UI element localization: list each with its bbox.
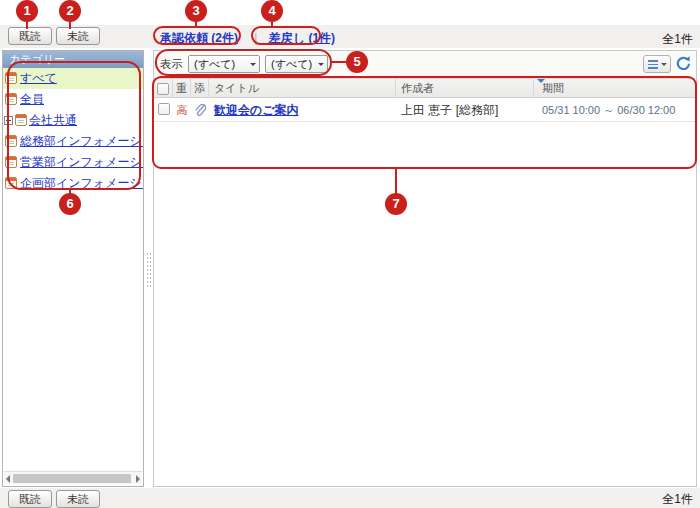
notification-title-link[interactable]: 歓迎会のご案内 [214, 103, 299, 117]
category-icon [5, 93, 17, 105]
callout-circle-4: 4 [261, 0, 283, 22]
pane-resize-handle[interactable] [146, 252, 152, 288]
chevron-down-icon [250, 63, 256, 69]
header-attachment[interactable]: 添 [191, 79, 209, 98]
sidebar-item-everyone[interactable]: 全員 [3, 89, 143, 110]
title-cell: 歓迎会のご案内 [209, 99, 396, 121]
category-filter-value: (すべて) [194, 58, 235, 70]
sidebar-item-company-common[interactable]: 会社共通 [3, 110, 143, 131]
period-cell: 05/31 10:00 ～ 06/30 12:00 [534, 99, 697, 121]
status-filter-value: (すべて) [271, 58, 312, 70]
sidebar-item-soumu-info[interactable]: 総務部インフォメーション [3, 131, 143, 152]
category-icon [5, 72, 17, 84]
callout-circle-1: 1 [16, 0, 38, 22]
callout-circle-2: 2 [59, 0, 81, 22]
callout-circle-5: 5 [346, 51, 368, 73]
category-header: カテゴリー [3, 51, 143, 68]
importance-badge: 高 [173, 99, 191, 121]
sort-descending-icon [537, 79, 545, 87]
select-all-cell [154, 79, 173, 98]
header-period[interactable]: 期間 [534, 79, 697, 98]
sidebar-horizontal-scrollbar[interactable] [4, 471, 142, 484]
paperclip-icon [194, 103, 206, 118]
top-action-bar [0, 25, 700, 48]
read-button-top[interactable]: 既読 [8, 27, 52, 45]
category-icon [5, 156, 17, 168]
hamburger-icon [648, 60, 658, 69]
total-count-top: 全1件 [662, 31, 693, 48]
sidebar-item-label[interactable]: 総務部インフォメーション [20, 134, 143, 148]
category-icon [5, 135, 17, 147]
total-count-bottom: 全1件 [662, 491, 693, 508]
status-filter-dropdown[interactable]: (すべて) [265, 55, 328, 73]
category-filter-dropdown[interactable]: (すべて) [188, 55, 260, 73]
scroll-right-icon[interactable] [136, 475, 140, 483]
row-checkbox[interactable] [158, 103, 170, 115]
bottom-action-bar [0, 488, 700, 508]
sidebar-item-label[interactable]: 企画部インフォメーション [20, 176, 143, 190]
notification-panel: 表示： (すべて) (すべて) [153, 50, 697, 487]
approval-request-link[interactable]: 承認依頼 (2件) [160, 31, 238, 45]
callout-circle-7: 7 [385, 193, 407, 215]
callout-circle-3: 3 [185, 0, 207, 22]
category-icon [5, 177, 17, 189]
unread-button-top[interactable]: 未読 [56, 27, 100, 45]
sidebar-item-label[interactable]: 全員 [20, 92, 44, 106]
chevron-down-icon [661, 63, 667, 69]
read-button-bottom[interactable]: 既読 [8, 490, 52, 508]
table-header-row: 重 添 タイトル 作成者 期間 [154, 78, 696, 98]
filter-toolbar: 表示： (すべて) (すべて) [154, 51, 696, 77]
sidebar-item-all[interactable]: すべて [3, 68, 143, 89]
chevron-down-icon [318, 63, 324, 69]
scroll-left-icon[interactable] [6, 475, 10, 483]
select-all-checkbox[interactable] [157, 83, 169, 95]
scrollbar-thumb[interactable] [13, 474, 131, 483]
expand-plus-icon[interactable] [4, 116, 13, 125]
refresh-icon[interactable] [675, 55, 692, 72]
sendback-link[interactable]: 差戻し (1件) [269, 31, 335, 45]
callout-stem-7 [395, 169, 397, 194]
table-row[interactable]: 高 歓迎会のご案内 上田 恵子 [総務部] 05/31 10:00 ～ 06/3… [154, 99, 696, 122]
list-options-button[interactable] [643, 55, 671, 73]
callout-circle-6: 6 [59, 193, 81, 215]
category-icon [15, 114, 27, 126]
sidebar-item-label[interactable]: 会社共通 [29, 113, 77, 127]
link-separator: ｜ [250, 31, 262, 45]
header-period-label: 期間 [542, 82, 564, 94]
row-checkbox-cell [154, 99, 173, 121]
sidebar-item-label[interactable]: すべて [20, 71, 57, 85]
sidebar-item-kikaku-info[interactable]: 企画部インフォメーション [3, 173, 143, 194]
author-cell: 上田 恵子 [総務部] [396, 99, 534, 121]
header-importance[interactable]: 重 [173, 79, 191, 98]
header-title[interactable]: タイトル [209, 79, 396, 98]
bulletin-list-screen: 既読 未読 承認依頼 (2件)｜差戻し (1件) 全1件 カテゴリー すべて 全… [0, 0, 700, 508]
unread-button-bottom[interactable]: 未読 [56, 490, 100, 508]
top-links: 承認依頼 (2件)｜差戻し (1件) [160, 30, 335, 47]
sidebar-item-eigyo-info[interactable]: 営業部インフォメーション [3, 152, 143, 173]
header-author[interactable]: 作成者 [396, 79, 534, 98]
sidebar-item-label[interactable]: 営業部インフォメーション [20, 155, 143, 169]
attachment-cell [191, 99, 209, 121]
category-sidebar: カテゴリー すべて 全員 会社共通 総務部インフォメーション 営業部インフォメー… [2, 50, 144, 487]
